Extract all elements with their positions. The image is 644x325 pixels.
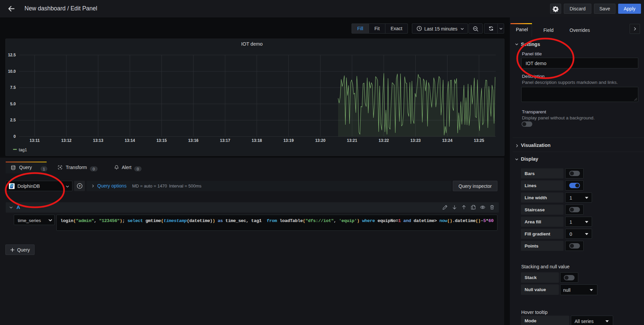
svg-text:13:25: 13:25: [474, 138, 484, 143]
svg-text:12.5: 12.5: [8, 53, 16, 57]
svg-text:13:18: 13:18: [252, 138, 262, 143]
svg-text:13:22: 13:22: [379, 138, 389, 143]
svg-text:13:13: 13:13: [93, 138, 103, 143]
svg-text:13:21: 13:21: [347, 138, 357, 143]
svg-text:?: ?: [78, 184, 80, 188]
svg-text:2.5: 2.5: [10, 118, 16, 122]
svg-text:13:12: 13:12: [61, 138, 72, 143]
svg-text:5.0: 5.0: [10, 102, 16, 106]
svg-text:13:23: 13:23: [411, 138, 421, 143]
svg-text:13:24: 13:24: [442, 138, 452, 143]
svg-text:13:17: 13:17: [220, 138, 230, 143]
svg-text:13:11: 13:11: [30, 138, 40, 143]
svg-text:10.0: 10.0: [8, 69, 16, 74]
svg-text:13:19: 13:19: [283, 138, 294, 143]
svg-text:7.5: 7.5: [10, 85, 16, 90]
svg-text:13:14: 13:14: [125, 138, 135, 143]
svg-text:13:15: 13:15: [156, 138, 167, 143]
svg-text:tag1: tag1: [19, 148, 27, 152]
svg-text:13:16: 13:16: [188, 138, 199, 143]
svg-text:0: 0: [13, 134, 16, 139]
svg-text:13:20: 13:20: [315, 138, 326, 143]
